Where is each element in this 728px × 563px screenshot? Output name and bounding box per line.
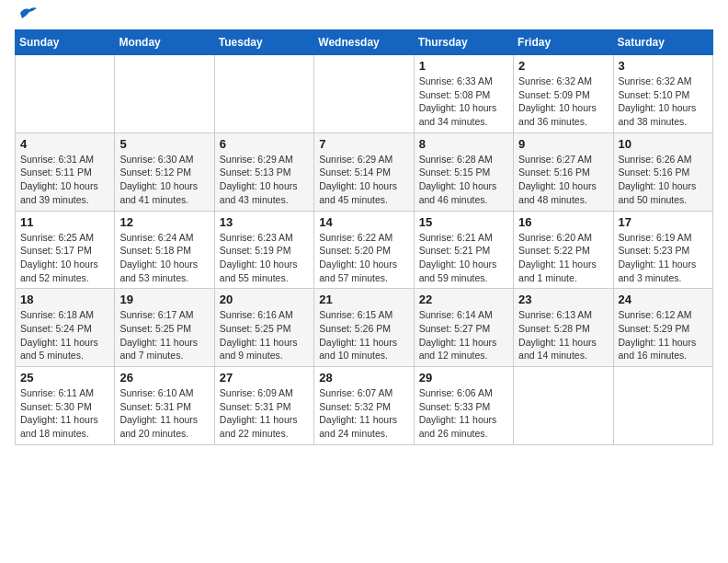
day-number: 16: [518, 215, 608, 229]
day-info: Sunrise: 6:16 AM Sunset: 5:25 PM Dayligh…: [220, 308, 309, 362]
day-number: 14: [319, 215, 408, 229]
day-info: Sunrise: 6:15 AM Sunset: 5:26 PM Dayligh…: [319, 308, 408, 362]
calendar-cell: 25Sunrise: 6:11 AM Sunset: 5:30 PM Dayli…: [16, 367, 115, 445]
calendar-cell: 18Sunrise: 6:18 AM Sunset: 5:24 PM Dayli…: [16, 289, 115, 367]
calendar-cell: [16, 55, 115, 133]
day-number: 25: [20, 371, 109, 385]
day-number: 4: [20, 137, 109, 151]
day-number: 13: [220, 215, 309, 229]
calendar-cell: [314, 55, 414, 133]
day-number: 23: [518, 293, 608, 306]
day-info: Sunrise: 6:21 AM Sunset: 5:21 PM Dayligh…: [419, 231, 508, 285]
calendar-cell: 21Sunrise: 6:15 AM Sunset: 5:26 PM Dayli…: [314, 289, 414, 367]
page-header: [15, 15, 713, 20]
day-number: 19: [119, 293, 209, 306]
calendar-cell: [214, 55, 313, 133]
weekday-header-tuesday: Tuesday: [214, 30, 313, 55]
day-number: 29: [419, 371, 508, 385]
day-info: Sunrise: 6:20 AM Sunset: 5:22 PM Dayligh…: [518, 231, 608, 285]
logo: [15, 15, 37, 20]
calendar-cell: 28Sunrise: 6:07 AM Sunset: 5:32 PM Dayli…: [314, 367, 414, 445]
day-info: Sunrise: 6:28 AM Sunset: 5:15 PM Dayligh…: [419, 153, 508, 207]
calendar-cell: 1Sunrise: 6:33 AM Sunset: 5:08 PM Daylig…: [414, 55, 513, 133]
logo-bird-icon: [18, 6, 37, 20]
day-number: 1: [419, 59, 508, 73]
calendar-cell: 16Sunrise: 6:20 AM Sunset: 5:22 PM Dayli…: [514, 211, 613, 289]
calendar-cell: 22Sunrise: 6:14 AM Sunset: 5:27 PM Dayli…: [414, 289, 513, 367]
calendar-cell: [514, 367, 613, 445]
day-info: Sunrise: 6:07 AM Sunset: 5:32 PM Dayligh…: [319, 386, 408, 441]
day-number: 15: [419, 215, 508, 229]
day-number: 18: [20, 293, 109, 306]
calendar-cell: [613, 367, 712, 445]
calendar-header-row: SundayMondayTuesdayWednesdayThursdayFrid…: [16, 30, 713, 55]
day-number: 6: [220, 137, 309, 151]
calendar-cell: 9Sunrise: 6:27 AM Sunset: 5:16 PM Daylig…: [514, 132, 613, 211]
calendar-week-row: 18Sunrise: 6:18 AM Sunset: 5:24 PM Dayli…: [16, 289, 713, 367]
calendar-cell: 13Sunrise: 6:23 AM Sunset: 5:19 PM Dayli…: [214, 211, 313, 289]
calendar-week-row: 25Sunrise: 6:11 AM Sunset: 5:30 PM Dayli…: [16, 367, 713, 445]
day-number: 5: [119, 137, 209, 151]
weekday-header-wednesday: Wednesday: [314, 30, 414, 55]
day-info: Sunrise: 6:14 AM Sunset: 5:27 PM Dayligh…: [419, 308, 508, 362]
day-info: Sunrise: 6:29 AM Sunset: 5:13 PM Dayligh…: [220, 153, 309, 207]
day-info: Sunrise: 6:22 AM Sunset: 5:20 PM Dayligh…: [319, 231, 408, 285]
day-number: 7: [319, 137, 408, 151]
day-number: 27: [220, 371, 309, 385]
day-info: Sunrise: 6:09 AM Sunset: 5:31 PM Dayligh…: [220, 386, 309, 441]
day-number: 17: [619, 215, 708, 229]
day-info: Sunrise: 6:18 AM Sunset: 5:24 PM Dayligh…: [20, 308, 109, 362]
day-info: Sunrise: 6:17 AM Sunset: 5:25 PM Dayligh…: [119, 308, 209, 362]
calendar-table: SundayMondayTuesdayWednesdayThursdayFrid…: [15, 29, 713, 445]
calendar-cell: 3Sunrise: 6:32 AM Sunset: 5:10 PM Daylig…: [613, 55, 712, 133]
calendar-cell: 4Sunrise: 6:31 AM Sunset: 5:11 PM Daylig…: [16, 132, 115, 211]
day-info: Sunrise: 6:19 AM Sunset: 5:23 PM Dayligh…: [619, 231, 708, 285]
day-number: 9: [518, 137, 608, 151]
weekday-header-saturday: Saturday: [613, 30, 712, 55]
calendar-cell: 24Sunrise: 6:12 AM Sunset: 5:29 PM Dayli…: [613, 289, 712, 367]
day-number: 28: [319, 371, 408, 385]
day-number: 12: [119, 215, 209, 229]
calendar-cell: 8Sunrise: 6:28 AM Sunset: 5:15 PM Daylig…: [414, 132, 513, 211]
calendar-cell: [115, 55, 214, 133]
day-number: 3: [619, 59, 708, 73]
calendar-week-row: 1Sunrise: 6:33 AM Sunset: 5:08 PM Daylig…: [16, 55, 713, 133]
day-info: Sunrise: 6:27 AM Sunset: 5:16 PM Dayligh…: [518, 153, 608, 207]
day-number: 26: [119, 371, 209, 385]
day-number: 8: [419, 137, 508, 151]
calendar-cell: 10Sunrise: 6:26 AM Sunset: 5:16 PM Dayli…: [613, 132, 712, 211]
calendar-cell: 23Sunrise: 6:13 AM Sunset: 5:28 PM Dayli…: [514, 289, 613, 367]
day-info: Sunrise: 6:26 AM Sunset: 5:16 PM Dayligh…: [619, 153, 708, 207]
calendar-cell: 17Sunrise: 6:19 AM Sunset: 5:23 PM Dayli…: [613, 211, 712, 289]
calendar-cell: 20Sunrise: 6:16 AM Sunset: 5:25 PM Dayli…: [214, 289, 313, 367]
calendar-cell: 27Sunrise: 6:09 AM Sunset: 5:31 PM Dayli…: [214, 367, 313, 445]
day-info: Sunrise: 6:33 AM Sunset: 5:08 PM Dayligh…: [419, 75, 508, 129]
calendar-cell: 26Sunrise: 6:10 AM Sunset: 5:31 PM Dayli…: [115, 367, 214, 445]
calendar-cell: 14Sunrise: 6:22 AM Sunset: 5:20 PM Dayli…: [314, 211, 414, 289]
day-number: 24: [619, 293, 708, 306]
day-number: 20: [220, 293, 309, 306]
day-info: Sunrise: 6:23 AM Sunset: 5:19 PM Dayligh…: [220, 231, 309, 285]
day-info: Sunrise: 6:32 AM Sunset: 5:09 PM Dayligh…: [518, 75, 608, 129]
day-info: Sunrise: 6:13 AM Sunset: 5:28 PM Dayligh…: [518, 308, 608, 362]
day-number: 10: [619, 137, 708, 151]
day-info: Sunrise: 6:32 AM Sunset: 5:10 PM Dayligh…: [619, 75, 708, 129]
calendar-week-row: 11Sunrise: 6:25 AM Sunset: 5:17 PM Dayli…: [16, 211, 713, 289]
day-number: 11: [20, 215, 109, 229]
calendar-cell: 29Sunrise: 6:06 AM Sunset: 5:33 PM Dayli…: [414, 367, 513, 445]
day-info: Sunrise: 6:30 AM Sunset: 5:12 PM Dayligh…: [119, 153, 209, 207]
weekday-header-thursday: Thursday: [414, 30, 513, 55]
calendar-cell: 15Sunrise: 6:21 AM Sunset: 5:21 PM Dayli…: [414, 211, 513, 289]
calendar-cell: 6Sunrise: 6:29 AM Sunset: 5:13 PM Daylig…: [214, 132, 313, 211]
day-info: Sunrise: 6:10 AM Sunset: 5:31 PM Dayligh…: [119, 386, 209, 441]
day-info: Sunrise: 6:29 AM Sunset: 5:14 PM Dayligh…: [319, 153, 408, 207]
day-number: 2: [518, 59, 608, 73]
calendar-cell: 2Sunrise: 6:32 AM Sunset: 5:09 PM Daylig…: [514, 55, 613, 133]
day-info: Sunrise: 6:06 AM Sunset: 5:33 PM Dayligh…: [419, 386, 508, 441]
day-number: 21: [319, 293, 408, 306]
calendar-cell: 5Sunrise: 6:30 AM Sunset: 5:12 PM Daylig…: [115, 132, 214, 211]
calendar-cell: 12Sunrise: 6:24 AM Sunset: 5:18 PM Dayli…: [115, 211, 214, 289]
day-info: Sunrise: 6:11 AM Sunset: 5:30 PM Dayligh…: [20, 386, 109, 441]
calendar-week-row: 4Sunrise: 6:31 AM Sunset: 5:11 PM Daylig…: [16, 132, 713, 211]
day-info: Sunrise: 6:31 AM Sunset: 5:11 PM Dayligh…: [20, 153, 109, 207]
